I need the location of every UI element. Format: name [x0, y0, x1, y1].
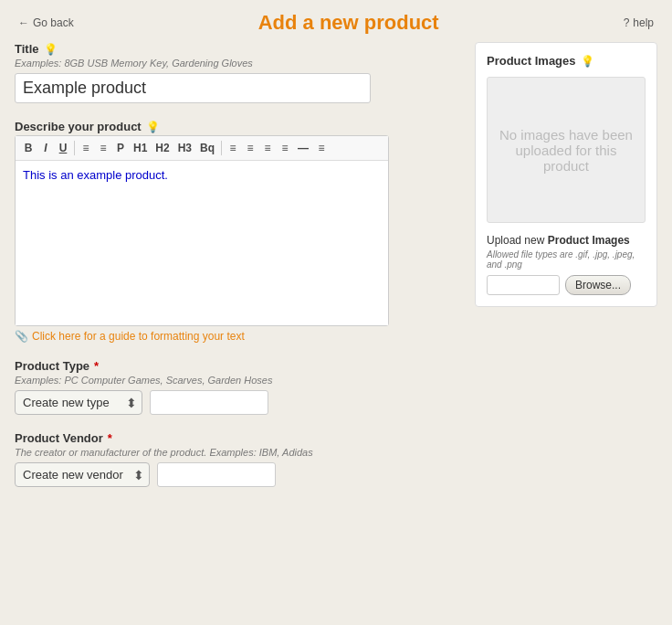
toolbar-h3[interactable]: H3	[174, 140, 195, 156]
toolbar-para[interactable]: P	[112, 140, 129, 156]
product-type-label: Product Type *	[15, 359, 460, 373]
upload-title: Upload new Product Images	[487, 234, 646, 247]
page-header: ← Go back Add a new product ? help	[0, 0, 672, 42]
product-vendor-field-row: Create new vendor ⬍	[15, 462, 460, 487]
product-type-field-row: Create new type ⬍	[15, 390, 460, 415]
back-arrow-icon: ←	[18, 16, 29, 29]
toolbar-align-center[interactable]: ≡	[242, 140, 258, 156]
toolbar-h1[interactable]: H1	[130, 140, 151, 156]
description-label: Describe your product 💡	[15, 120, 460, 133]
paperclip-icon: 📎	[15, 330, 28, 343]
formatting-guide-link[interactable]: 📎 Click here for a guide to formatting y…	[15, 330, 460, 343]
allowed-types-text: Allowed file types are .gif, .jpg, .jpeg…	[487, 249, 646, 270]
description-hint-icon: 💡	[146, 121, 160, 133]
product-type-name-input[interactable]	[150, 390, 268, 415]
upload-title-bold: Product Images	[548, 234, 630, 247]
toolbar-divider-1	[74, 141, 75, 155]
go-back-link[interactable]: ← Go back	[18, 16, 74, 29]
editor-toolbar: B I U ≡ ≡ P H1 H2 H3 Bq ≡ ≡ ≡ ≡ —	[16, 136, 388, 161]
product-vendor-select[interactable]: Create new vendor	[15, 462, 150, 487]
product-type-select[interactable]: Create new type	[15, 390, 142, 415]
file-path-input[interactable]	[487, 275, 560, 295]
rich-text-editor: B I U ≡ ≡ P H1 H2 H3 Bq ≡ ≡ ≡ ≡ —	[15, 135, 389, 326]
product-type-required: *	[94, 359, 99, 373]
product-vendor-required: *	[108, 431, 112, 445]
go-back-label: Go back	[33, 16, 74, 29]
toolbar-align-justify[interactable]: ≡	[277, 140, 293, 156]
upload-title-text: Upload new	[487, 234, 544, 247]
title-section: Title 💡 Examples: 8GB USB Memory Key, Ga…	[15, 42, 460, 103]
no-images-placeholder: No images have been uploaded for this pr…	[487, 77, 646, 223]
toolbar-ul[interactable]: ≡	[95, 140, 111, 156]
product-vendor-select-wrapper: Create new vendor ⬍	[15, 462, 150, 487]
description-section: Describe your product 💡 B I U ≡ ≡ P H1 H…	[15, 120, 460, 343]
toolbar-divider-2	[221, 141, 222, 155]
toolbar-underline[interactable]: U	[55, 140, 71, 156]
product-images-panel: Product Images 💡 No images have been upl…	[475, 42, 657, 307]
page-title: Add a new product	[74, 11, 624, 35]
description-editor-area[interactable]: This is an example product.	[16, 161, 388, 325]
product-images-hint-icon: 💡	[581, 55, 594, 68]
product-images-title: Product Images 💡	[487, 54, 646, 68]
formatting-guide-label: Click here for a guide to formatting you…	[32, 330, 245, 343]
left-column: Title 💡 Examples: 8GB USB Memory Key, Ga…	[15, 42, 475, 503]
product-vendor-name-input[interactable]	[157, 462, 276, 487]
product-type-label-text: Product Type	[15, 359, 89, 373]
toolbar-align-left[interactable]: ≡	[225, 140, 241, 156]
product-type-select-wrapper: Create new type ⬍	[15, 390, 142, 415]
help-label: help	[633, 16, 654, 29]
product-type-examples: Examples: PC Computer Games, Scarves, Ga…	[15, 375, 460, 386]
toolbar-ol[interactable]: ≡	[78, 140, 94, 156]
title-label: Title 💡	[15, 42, 460, 56]
title-examples: Examples: 8GB USB Memory Key, Gardening …	[15, 58, 460, 69]
no-images-text: No images have been uploaded for this pr…	[497, 127, 635, 174]
product-vendor-label-text: Product Vendor	[15, 431, 103, 445]
toolbar-italic[interactable]: I	[37, 140, 54, 156]
toolbar-hr[interactable]: —	[294, 140, 312, 156]
description-label-text: Describe your product	[15, 120, 142, 133]
product-vendor-label: Product Vendor *	[15, 431, 460, 445]
help-link[interactable]: ? help	[624, 16, 654, 29]
main-layout: Title 💡 Examples: 8GB USB Memory Key, Ga…	[0, 42, 672, 518]
toolbar-remove[interactable]: ≡	[313, 140, 330, 156]
help-circle-icon: ?	[624, 16, 630, 29]
title-label-text: Title	[15, 42, 39, 56]
toolbar-blockquote[interactable]: Bq	[196, 140, 218, 156]
browse-row: Browse...	[487, 275, 646, 295]
product-vendor-examples: The creator or manufacturer of the produ…	[15, 447, 460, 458]
product-images-title-text: Product Images	[487, 54, 576, 68]
title-input[interactable]	[15, 73, 371, 103]
product-vendor-section: Product Vendor * The creator or manufact…	[15, 431, 460, 487]
title-hint-icon: 💡	[44, 43, 58, 56]
browse-button[interactable]: Browse...	[565, 275, 631, 295]
toolbar-h2[interactable]: H2	[152, 140, 173, 156]
toolbar-align-right[interactable]: ≡	[259, 140, 276, 156]
toolbar-bold[interactable]: B	[20, 140, 37, 156]
product-type-section: Product Type * Examples: PC Computer Gam…	[15, 359, 460, 415]
